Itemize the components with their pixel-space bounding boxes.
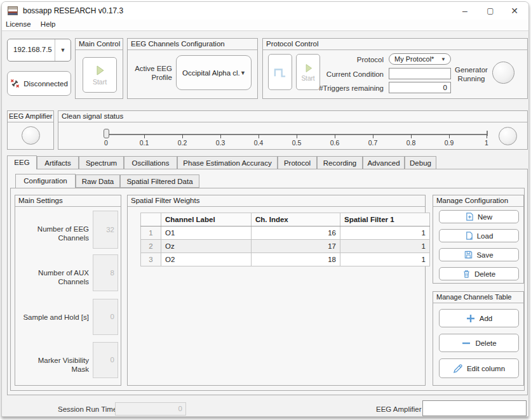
generator-running-label: Generator Running bbox=[454, 65, 489, 83]
main-control-panel: Main Control Start bbox=[75, 38, 123, 99]
marker-visibility-label: Marker Visibility Mask bbox=[20, 356, 89, 374]
plus-icon bbox=[466, 313, 476, 324]
active-eeg-profile-label: Active EEG Profile bbox=[133, 64, 172, 82]
eeg-amplifier-status-field[interactable] bbox=[422, 400, 527, 416]
trash-icon bbox=[462, 270, 471, 278]
eeg-amplifier-title: EEG Amplifier bbox=[8, 111, 53, 122]
menu-help[interactable]: Help bbox=[37, 20, 60, 28]
spatial-filter-weights-title: Spatial Filter Weights bbox=[128, 195, 425, 207]
subtab-configuration[interactable]: Configuration bbox=[15, 174, 76, 188]
tab-recording[interactable]: Recording bbox=[317, 156, 363, 169]
ip-address-value: 192.168.7.5 bbox=[13, 46, 52, 53]
manage-channels-table-panel: Manage Channels Table Add Delete bbox=[433, 291, 524, 386]
disconnected-plug-icon bbox=[10, 79, 20, 88]
num-aux-channels-field: 8 bbox=[93, 254, 118, 291]
col-spatial-filter-1[interactable]: Spatial Filter 1 bbox=[340, 213, 430, 226]
tab-spectrum[interactable]: Spectrum bbox=[79, 156, 124, 169]
delete-configuration-label: Delete bbox=[474, 270, 495, 278]
cell-channel-label[interactable]: O2 bbox=[161, 253, 252, 266]
session-run-time-field: 0 bbox=[115, 402, 186, 416]
ip-address-combobox[interactable]: 192.168.7.5 ▼ bbox=[7, 39, 71, 62]
connection-status-label: Disconnected bbox=[24, 80, 68, 88]
delete-configuration-button[interactable]: Delete bbox=[439, 267, 519, 280]
cell-ch-index[interactable]: 16 bbox=[252, 226, 340, 240]
tab-artifacts[interactable]: Artifacts bbox=[37, 156, 79, 169]
main-settings-panel: Main Settings Number of EEG Channels 32 … bbox=[15, 195, 121, 386]
eeg-amplifier-lamp bbox=[22, 126, 40, 145]
cell-spatial-filter[interactable]: 1 bbox=[340, 226, 430, 240]
protocol-dropdown[interactable]: My Protocol* ▼ bbox=[389, 53, 451, 65]
current-condition-field[interactable] bbox=[389, 68, 451, 79]
table-row[interactable]: 3 O2 18 1 bbox=[141, 253, 430, 266]
pulse-icon bbox=[273, 67, 287, 78]
main-start-label: Start bbox=[93, 78, 107, 86]
minimize-button[interactable]: – bbox=[452, 2, 478, 20]
subtab-spatial-filtered-data[interactable]: Spatial Filtered Data bbox=[120, 174, 199, 188]
connect-button[interactable]: Disconnected bbox=[7, 71, 71, 96]
cell-spatial-filter[interactable]: 1 bbox=[340, 253, 430, 266]
chevron-down-icon[interactable]: ▼ bbox=[55, 39, 71, 61]
save-floppy-icon bbox=[464, 251, 473, 259]
num-eeg-channels-label: Number of EEG Channels bbox=[20, 225, 89, 242]
spatial-filter-table[interactable]: Channel Label Ch. Index Spatial Filter 1… bbox=[140, 213, 430, 266]
tab-advanced[interactable]: Advanced bbox=[363, 156, 405, 169]
maximize-button[interactable]: ▢ bbox=[478, 2, 503, 20]
triggers-remaining-field[interactable]: 0 bbox=[389, 82, 451, 93]
cell-channel-label[interactable]: Oz bbox=[161, 240, 252, 253]
add-channel-button[interactable]: Add bbox=[439, 309, 519, 327]
menu-license[interactable]: License bbox=[2, 20, 35, 28]
menu-bar: License Help bbox=[2, 20, 528, 31]
close-button[interactable]: ✕ bbox=[502, 2, 527, 20]
spatial-filter-weights-panel: Spatial Filter Weights Channel Label Ch.… bbox=[127, 195, 426, 386]
protocol-label: Protocol bbox=[301, 56, 384, 63]
manage-configuration-panel: Manage Configuration New Load bbox=[433, 195, 524, 284]
col-channel-label[interactable]: Channel Label bbox=[161, 213, 252, 226]
eeg-channels-config-title: EEG Channels Configuration bbox=[128, 39, 257, 50]
table-header-row: Channel Label Ch. Index Spatial Filter 1 bbox=[141, 213, 430, 226]
load-configuration-button[interactable]: Load bbox=[439, 229, 519, 242]
protocol-value: My Protocol* bbox=[394, 55, 434, 63]
new-document-icon bbox=[466, 213, 474, 221]
save-configuration-button[interactable]: Save bbox=[439, 248, 519, 261]
clean-signal-panel: Clean signal status 0 0.1 0.2 0.3 0.4 0.… bbox=[58, 110, 528, 150]
eeg-channels-config-panel: EEG Channels Configuration Active EEG Pr… bbox=[127, 38, 258, 99]
sample-hold-label: Sample and Hold [s] bbox=[20, 313, 89, 322]
load-configuration-label: Load bbox=[477, 232, 494, 240]
delete-channel-button[interactable]: Delete bbox=[439, 334, 519, 352]
clean-signal-lamp bbox=[499, 127, 517, 145]
col-ch-index[interactable]: Ch. Index bbox=[252, 213, 340, 226]
corner-header bbox=[141, 213, 161, 226]
tab-oscillations[interactable]: Oscillations bbox=[124, 156, 177, 169]
generator-running-lamp bbox=[492, 62, 514, 84]
pencil-icon bbox=[453, 364, 463, 374]
edit-column-button[interactable]: Edit column bbox=[439, 358, 519, 378]
cell-ch-index[interactable]: 18 bbox=[252, 253, 340, 266]
cell-channel-label[interactable]: O1 bbox=[161, 226, 252, 240]
load-document-icon bbox=[465, 232, 473, 240]
num-aux-channels-label: Number of AUX Channels bbox=[20, 268, 89, 286]
tab-debug[interactable]: Debug bbox=[405, 156, 436, 169]
table-row[interactable]: 1 O1 16 1 bbox=[141, 226, 430, 240]
session-run-time-label: Session Run Time bbox=[58, 405, 117, 413]
chevron-down-icon: ▼ bbox=[240, 70, 246, 76]
trigger-pulse-button[interactable] bbox=[268, 54, 292, 90]
eeg-tab-page: Configuration Raw Data Spatial Filtered … bbox=[7, 169, 528, 395]
configuration-subpage: Main Settings Number of EEG Channels 32 … bbox=[10, 188, 525, 391]
main-start-button[interactable]: Start bbox=[83, 57, 117, 93]
active-eeg-profile-dropdown[interactable]: Occipital Alpha cl... ▼ bbox=[176, 55, 252, 90]
add-channel-label: Add bbox=[480, 315, 492, 322]
minus-icon bbox=[461, 338, 471, 348]
protocol-control-panel: Protocol Control Start Protocol My Proto… bbox=[262, 38, 528, 99]
clean-signal-slider[interactable]: 0 0.1 0.2 0.3 0.4 0.5 0.6 0.7 0.8 0.9 1 bbox=[58, 111, 527, 149]
new-configuration-button[interactable]: New bbox=[439, 210, 519, 223]
cell-spatial-filter[interactable]: 1 bbox=[340, 240, 430, 253]
table-row[interactable]: 2 Oz 17 1 bbox=[141, 240, 430, 253]
save-configuration-label: Save bbox=[476, 251, 493, 259]
tab-protocol[interactable]: Protocol bbox=[278, 156, 317, 169]
eeg-amplifier-panel: EEG Amplifier bbox=[7, 110, 54, 150]
tab-phase-estimation-accuracy[interactable]: Phase Estimation Accuracy bbox=[177, 156, 278, 169]
slider-thumb[interactable] bbox=[104, 129, 109, 138]
subtab-raw-data[interactable]: Raw Data bbox=[76, 174, 120, 188]
tab-eeg[interactable]: EEG bbox=[7, 155, 37, 169]
cell-ch-index[interactable]: 17 bbox=[252, 240, 340, 253]
